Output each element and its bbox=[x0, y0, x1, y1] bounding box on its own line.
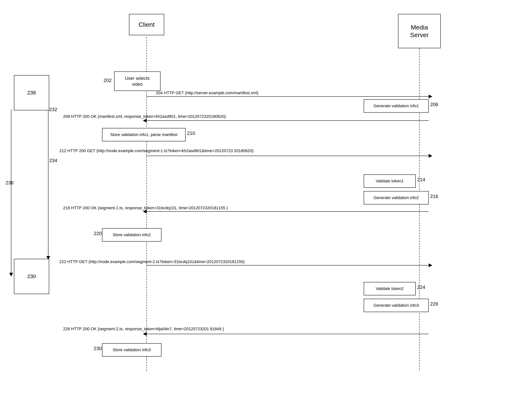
svg-marker-15 bbox=[9, 273, 13, 276]
media-server-actor: MediaServer bbox=[398, 14, 441, 48]
ref-224: 224 bbox=[417, 285, 425, 290]
step-store-val-info1: Store validation info1, parse manifest bbox=[102, 128, 186, 141]
msg-218: 218 HTTP 200 OK {segment-1.ts, response_… bbox=[63, 206, 228, 210]
box-238: 238 bbox=[14, 75, 49, 110]
label-234: 234 bbox=[49, 158, 57, 164]
sequence-diagram: Client MediaServer 238 230 232 234 236 U… bbox=[0, 0, 532, 395]
ref-214: 214 bbox=[417, 177, 425, 183]
msg-208: 208 HTTP 200 OK {manifest.xml, response_… bbox=[63, 114, 226, 119]
msg-204: 204 HTTP GET (http://server.example.com/… bbox=[156, 91, 258, 95]
ref-230b: 230 bbox=[94, 346, 102, 351]
label-236: 236 bbox=[5, 180, 14, 186]
ref-216: 216 bbox=[430, 193, 438, 199]
ref-202: 202 bbox=[104, 77, 111, 83]
media-server-label: MediaServer bbox=[410, 24, 429, 39]
client-label: Client bbox=[139, 21, 155, 28]
svg-marker-7 bbox=[429, 154, 432, 158]
msg-222: 222 HTTP GET (http://node.example.com/se… bbox=[59, 259, 245, 264]
svg-marker-5 bbox=[143, 119, 147, 122]
svg-marker-13 bbox=[143, 332, 147, 336]
msg-228: 228 HTTP 200 OK {segment-2.ts, response_… bbox=[63, 327, 224, 331]
step-gen-val-info1: Generate validation info1 bbox=[364, 99, 429, 113]
arrows-svg bbox=[0, 0, 532, 395]
svg-marker-3 bbox=[429, 95, 432, 98]
step-user-selects-video: User selectsvideo bbox=[114, 71, 160, 91]
step-store-val-info3: Store validation info3 bbox=[102, 343, 161, 357]
ref-220: 220 bbox=[94, 231, 102, 236]
step-validate-token1: Validate token1 bbox=[364, 174, 416, 188]
svg-marker-11 bbox=[429, 263, 432, 267]
step-gen-val-info2: Generate validation info2 bbox=[364, 191, 429, 204]
msg-212: 212 HTTP 200 GET {http://node.example.co… bbox=[59, 148, 253, 153]
step-validate-token2: Validate token2 bbox=[364, 282, 416, 295]
step-store-val-info2: Store validation info2 bbox=[102, 228, 161, 241]
step-gen-val-info3: Generate validation info3 bbox=[364, 299, 429, 312]
client-actor: Client bbox=[129, 14, 164, 35]
ref-210: 210 bbox=[187, 130, 195, 136]
ref-206: 206 bbox=[430, 102, 438, 107]
box-230: 230 bbox=[14, 259, 49, 294]
ref-226: 226 bbox=[430, 301, 438, 307]
label-232: 232 bbox=[49, 107, 57, 112]
